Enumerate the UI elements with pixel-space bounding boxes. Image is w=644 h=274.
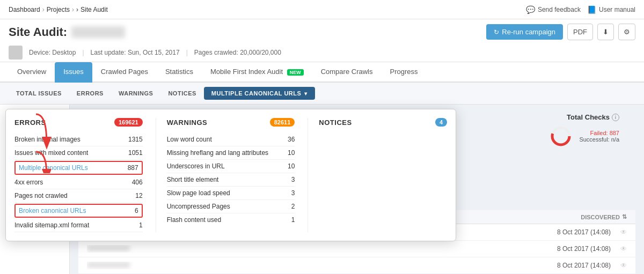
breadcrumb-projects[interactable]: Projects — [47, 6, 70, 13]
row-date-1: 8 Oct 2017 (14:08) — [541, 228, 611, 236]
rerun-campaign-button[interactable]: ↻ Re-run campaign — [486, 24, 563, 40]
warning-row-flash[interactable]: Flash content used 1 — [167, 213, 295, 226]
popup-inner: ERRORS 169621 Broken internal images 131… — [6, 109, 456, 241]
filter-total-issues[interactable]: TOTAL ISSUES — [9, 87, 69, 100]
tab-progress[interactable]: Progress — [381, 62, 426, 83]
mixed-content-count: 1051 — [127, 149, 143, 157]
top-actions: 💬 Send feedback 📘 User manual — [526, 5, 635, 14]
popup-overlay: ERRORS 169621 Broken internal images 131… — [5, 109, 456, 241]
filter-multiple-canonical[interactable]: MULTIPLE CANONICAL URLS ▾ — [204, 87, 315, 100]
row-date-3: 8 Oct 2017 (14:08) — [541, 262, 611, 269]
hreflang-label: Missing hreflang and lang attributes — [167, 149, 279, 157]
warnings-column: WARNINGS 82611 Low word count 36 Missing… — [156, 118, 295, 232]
tab-crawled-pages[interactable]: Crawled Pages — [92, 62, 157, 83]
sort-icon: ⇅ — [622, 213, 627, 220]
send-feedback-button[interactable]: 💬 Send feedback — [526, 5, 581, 14]
row-link-3 — [87, 262, 541, 269]
uncompressed-label: Uncompressed Pages — [167, 203, 279, 210]
arrow-svg — [31, 109, 63, 173]
warning-row-underscores[interactable]: Underscores in URL 10 — [167, 160, 295, 173]
table-row[interactable]: 8 Oct 2017 (14:08) 👁 — [78, 241, 635, 257]
tab-overview[interactable]: Overview — [9, 62, 55, 83]
avatar — [9, 46, 23, 60]
rerun-icon: ↻ — [494, 28, 499, 36]
warning-row-short-title[interactable]: Short title element 3 — [167, 173, 295, 187]
header-buttons: ↻ Re-run campaign PDF ⬇ ⚙ — [486, 24, 635, 40]
warnings-header: WARNINGS 82611 — [167, 118, 295, 127]
error-row-4xx[interactable]: 4xx errors 406 — [14, 176, 143, 189]
site-name — [71, 26, 125, 38]
hreflang-count: 10 — [279, 149, 295, 157]
filter-warnings[interactable]: WARNINGS — [111, 87, 161, 100]
errors-badge: 169621 — [114, 118, 143, 127]
row-date-2: 8 Oct 2017 (14:08) — [541, 245, 611, 253]
notices-badge: 4 — [435, 118, 447, 127]
breadcrumb: Dashboard › Projects › › Site Audit — [9, 6, 108, 13]
not-crawled-count: 12 — [127, 192, 143, 199]
warning-row-slow-page[interactable]: Slow page load speed 3 — [167, 187, 295, 200]
tab-compare-crawls[interactable]: Compare Crawls — [312, 62, 382, 83]
tab-mobile-first[interactable]: Mobile First Index Audit NEW — [202, 62, 312, 83]
new-badge: NEW — [287, 69, 304, 76]
not-crawled-label: Pages not crawled — [14, 192, 127, 199]
notices-header: NOTICES 4 — [319, 118, 447, 127]
flash-label: Flash content used — [167, 216, 279, 224]
warnings-title: WARNINGS — [167, 119, 208, 127]
filter-notices[interactable]: NOTICES — [160, 87, 203, 100]
slow-page-label: Slow page load speed — [167, 189, 279, 197]
short-title-label: Short title element — [167, 176, 279, 183]
meta-bar: Device: Desktop | Last update: Sun, Oct … — [9, 43, 635, 62]
warnings-badge: 82611 — [270, 118, 295, 127]
info-icon[interactable]: i — [612, 114, 619, 121]
error-row-broken-canonical[interactable]: Broken canonical URLs 6 — [14, 204, 143, 218]
low-word-count: 36 — [279, 136, 295, 143]
warning-row-uncompressed[interactable]: Uncompressed Pages 2 — [167, 200, 295, 213]
nav-tabs: Overview Issues Crawled Pages Statistics… — [0, 62, 644, 83]
pages-crawled-meta: Pages crawled: 20,000/20,000 — [194, 49, 281, 56]
tab-issues[interactable]: Issues — [55, 62, 92, 83]
breadcrumb-site-audit: Site Audit — [80, 6, 108, 13]
row-eye-icon-2[interactable]: 👁 — [611, 245, 627, 253]
notices-column: NOTICES 4 — [308, 118, 447, 232]
underscores-label: Underscores in URL — [167, 162, 279, 170]
donut-chart — [549, 124, 573, 148]
download-button[interactable]: ⬇ — [597, 24, 614, 40]
error-row-not-crawled[interactable]: Pages not crawled 12 — [14, 189, 143, 203]
row-eye-icon-3[interactable]: 👁 — [611, 262, 627, 269]
broken-canonical-count: 6 — [122, 207, 138, 214]
pdf-button[interactable]: PDF — [567, 24, 593, 40]
filter-errors[interactable]: ERRORS — [69, 87, 111, 100]
warning-row-low-word[interactable]: Low word count 36 — [167, 133, 295, 146]
4xx-label: 4xx errors — [14, 179, 127, 186]
successful-checks: Successful: n/a — [579, 136, 619, 143]
sitemap-label: Invalid sitemap.xml format — [14, 221, 127, 229]
failed-checks: Failed: 887 — [579, 130, 619, 136]
user-manual-button[interactable]: 📘 User manual — [587, 5, 635, 14]
feedback-icon: 💬 — [526, 5, 535, 14]
table-row[interactable]: 8 Oct 2017 (14:08) 👁 — [78, 257, 635, 273]
row-link-2 — [87, 245, 541, 253]
sitemap-count: 1 — [127, 221, 143, 229]
tab-statistics[interactable]: Statistics — [157, 62, 202, 83]
flash-count: 1 — [279, 216, 295, 224]
warning-row-hreflang[interactable]: Missing hreflang and lang attributes 10 — [167, 146, 295, 160]
uncompressed-count: 2 — [279, 203, 295, 210]
error-row-sitemap[interactable]: Invalid sitemap.xml format 1 — [14, 219, 143, 232]
checks-detail: Failed: 887 Successful: n/a — [579, 130, 619, 143]
notices-title: NOTICES — [319, 119, 352, 127]
dropdown-caret-icon: ▾ — [304, 91, 308, 97]
manual-icon: 📘 — [587, 5, 596, 14]
page-header: Site Audit: ↻ Re-run campaign PDF ⬇ ⚙ De… — [0, 19, 644, 62]
broken-canonical-label: Broken canonical URLs — [19, 207, 122, 214]
settings-button[interactable]: ⚙ — [618, 24, 635, 40]
breadcrumb-dashboard[interactable]: Dashboard — [9, 6, 40, 13]
underscores-count: 10 — [279, 162, 295, 170]
4xx-count: 406 — [127, 179, 143, 186]
multiple-canonical-count: 887 — [122, 164, 138, 172]
row-eye-icon-1[interactable]: 👁 — [611, 228, 627, 236]
main-content: 88 ! ⚠ P ↗ ERRORS — [0, 105, 644, 274]
slow-page-count: 3 — [279, 189, 295, 197]
page-title: Site Audit: — [9, 25, 125, 39]
sub-filter-bar: TOTAL ISSUES ERRORS WARNINGS NOTICES MUL… — [0, 83, 644, 105]
errors-column: ERRORS 169621 Broken internal images 131… — [14, 118, 143, 232]
